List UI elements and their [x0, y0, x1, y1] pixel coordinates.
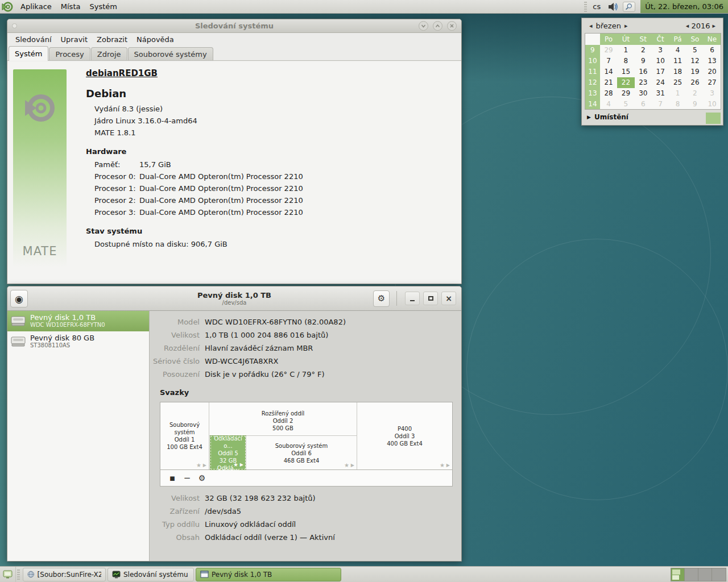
calendar-day[interactable]: 13 — [704, 56, 721, 66]
menu-zobrazit[interactable]: Zobrazit — [92, 35, 132, 44]
processor-value: Dual-Core AMD Opteron(tm) Processor 2210 — [139, 182, 303, 194]
locations-expander[interactable]: ▶ Umístění — [585, 110, 720, 123]
partition-1[interactable]: Souborový systém Oddíl 1 100 GB Ext4 ★▶ — [160, 402, 209, 469]
sidebar-item-disk-80gb[interactable]: Pevný disk 80 GB ST3808110AS — [7, 331, 149, 352]
sysmon-titlebar[interactable]: Sledování systému — [7, 19, 461, 33]
workspace-3[interactable] — [698, 568, 712, 581]
calendar-day[interactable]: 10 — [704, 99, 721, 110]
calendar-day[interactable]: 11 — [669, 56, 686, 66]
close-button[interactable] — [447, 21, 457, 31]
calendar-day[interactable]: 29 — [600, 45, 617, 56]
menu-aplikace[interactable]: Aplikace — [16, 0, 56, 13]
calendar-day[interactable]: 30 — [635, 88, 652, 99]
calendar-day[interactable]: 23 — [635, 77, 652, 88]
workspace-4[interactable] — [712, 568, 726, 581]
volume-icon[interactable] — [607, 2, 619, 12]
prev-month-icon[interactable]: ◂ — [587, 22, 595, 30]
calendar-day[interactable]: 29 — [617, 88, 634, 99]
show-desktop-button[interactable] — [0, 567, 16, 582]
tab-souborove-systemy[interactable]: Souborové systémy — [128, 47, 213, 60]
calendar-day[interactable]: 9 — [686, 99, 704, 110]
calendar-day[interactable]: 19 — [686, 66, 704, 77]
headerbar-separator — [396, 291, 397, 306]
calendar-day[interactable]: 25 — [669, 77, 686, 88]
calendar-day[interactable]: 9 — [635, 56, 652, 66]
size-row: Velikost 1,0 TB (1 000 204 886 016 bajtů… — [150, 329, 461, 342]
calendar-day[interactable]: 8 — [617, 56, 634, 66]
calendar-day[interactable]: 4 — [669, 45, 686, 56]
calendar-day[interactable]: 2 — [686, 88, 704, 99]
calendar-day[interactable]: 20 — [704, 66, 721, 77]
menu-mista[interactable]: Místa — [56, 0, 85, 13]
distro-name: Debian — [86, 88, 450, 99]
maximize-button[interactable] — [433, 21, 442, 31]
taskbar-button-browser[interactable]: [Soubor:SunFire-X22... — [23, 568, 106, 581]
calendar-day[interactable]: 15 — [617, 66, 634, 77]
partition-options-button[interactable]: ⚙ — [196, 472, 208, 484]
star-icon: ★ — [233, 462, 238, 468]
calendar-day[interactable]: 28 — [600, 88, 617, 99]
stop-swap-button[interactable]: ■ — [166, 472, 179, 484]
calendar-day[interactable]: 5 — [617, 99, 634, 110]
menu-napoveda[interactable]: Nápověda — [132, 35, 179, 44]
calendar-day[interactable]: 26 — [686, 77, 704, 88]
calendar-day[interactable]: 6 — [635, 99, 652, 110]
calendar-day[interactable]: 4 — [600, 99, 617, 110]
calendar-day[interactable]: 27 — [704, 77, 721, 88]
calendar-day[interactable]: 24 — [652, 77, 669, 88]
calendar-day[interactable]: 7 — [652, 99, 669, 110]
close-button[interactable]: × — [441, 292, 456, 305]
calendar-day[interactable]: 3 — [652, 45, 669, 56]
calendar-day[interactable]: 1 — [669, 88, 686, 99]
clock-applet[interactable]: Út, 22. březen, 03:06 — [640, 0, 728, 13]
calendar-day[interactable]: 17 — [652, 66, 669, 77]
keyboard-layout-indicator[interactable]: cs — [588, 2, 605, 11]
calendar-day[interactable]: 1 — [617, 45, 634, 56]
minimize-button[interactable] — [405, 292, 420, 305]
taskbar-button-disks-active[interactable]: Pevný disk 1,0 TB — [196, 568, 341, 581]
calendar-day[interactable]: 16 — [635, 66, 652, 77]
menu-sledovani[interactable]: Sledování — [11, 35, 56, 44]
workspace-2[interactable] — [685, 568, 698, 581]
contents-row: Obsah Odkládací oddíl (verze 1) — Aktivn… — [150, 531, 461, 544]
next-month-icon[interactable]: ▸ — [622, 22, 630, 30]
menu-upravit[interactable]: Upravit — [56, 35, 92, 44]
calendar-day[interactable]: 31 — [652, 88, 669, 99]
next-year-icon[interactable]: ▸ — [710, 22, 718, 30]
sidebar-item-disk-1tb[interactable]: Pevný disk 1,0 TB WDC WD10EFRX-68FYTN0 — [7, 311, 149, 331]
calendar-day[interactable]: 6 — [704, 45, 721, 56]
calendar-day[interactable]: 5 — [686, 45, 704, 56]
disks-headerbar[interactable]: ◉ Pevný disk 1,0 TB /dev/sda ⚙ × — [7, 286, 461, 311]
calendar-day[interactable]: 8 — [669, 99, 686, 110]
prev-year-icon[interactable]: ◂ — [684, 22, 692, 30]
menu-system[interactable]: Systém — [85, 0, 121, 13]
calendar-day[interactable]: 10 — [652, 56, 669, 66]
play-icon: ▶ — [203, 463, 206, 468]
calendar-day[interactable]: 14 — [600, 66, 617, 77]
mate-menu-icon[interactable] — [1, 1, 14, 13]
tab-procesy[interactable]: Procesy — [49, 47, 90, 60]
delete-partition-button[interactable]: − — [181, 472, 193, 484]
partition-3[interactable]: P400 Oddíl 3 400 GB Ext4 ★▶ — [357, 402, 452, 469]
star-icon: ★ — [196, 462, 201, 468]
magnifier-icon[interactable] — [623, 2, 635, 12]
maximize-button[interactable] — [423, 292, 438, 305]
calendar-day[interactable]: 3 — [704, 88, 721, 99]
partition-6[interactable]: Souborový systém Oddíl 6 468 GB Ext4 ★▶ — [246, 436, 357, 469]
week-number: 10 — [585, 56, 600, 66]
drive-actions-button[interactable]: ⚙ — [373, 290, 390, 307]
partition-line: P400 — [357, 425, 452, 433]
calendar-day[interactable]: 18 — [669, 66, 686, 77]
calendar-day[interactable]: 7 — [600, 56, 617, 66]
partition-2-extended[interactable]: Rozšířený oddíl Oddíl 2 500 GB — [209, 402, 357, 436]
calendar-day[interactable]: 2 — [635, 45, 652, 56]
calendar-day[interactable]: 21 — [600, 77, 617, 88]
tab-system[interactable]: Systém — [9, 46, 48, 61]
calendar-day[interactable]: 12 — [686, 56, 704, 66]
tab-zdroje[interactable]: Zdroje — [91, 47, 127, 60]
workspace-1[interactable] — [671, 568, 685, 581]
taskbar-button-system-monitor[interactable]: Sledování systému — [107, 568, 194, 581]
calendar-day-selected[interactable]: 22 — [617, 77, 634, 88]
partition-5-swap-selected[interactable]: Odkládací o... Oddíl 5 32 GB Odklá... ★▶ — [210, 436, 246, 469]
shade-button[interactable] — [419, 21, 428, 31]
